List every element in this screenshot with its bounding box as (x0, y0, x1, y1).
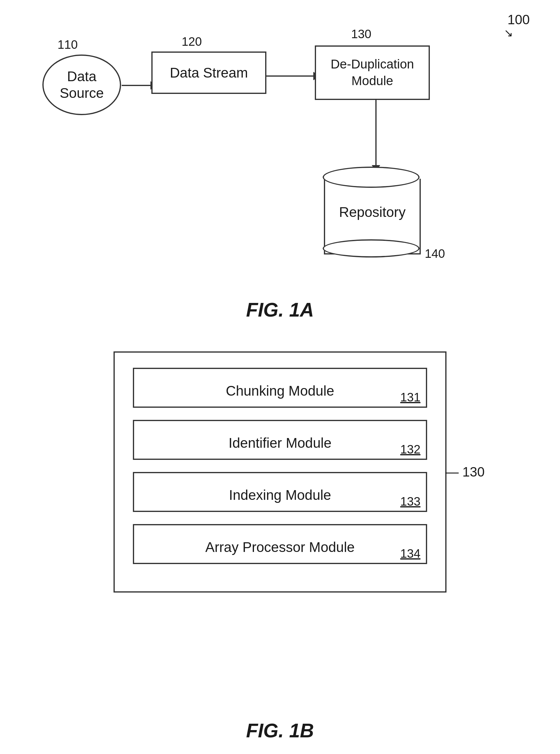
cylinder-top (323, 167, 420, 188)
dedup-label: De-DuplicationModule (331, 56, 414, 89)
data-stream-group: 120 Data Stream (151, 52, 266, 94)
outer-ref: — 130 (445, 464, 485, 480)
data-source-ref: 110 (58, 38, 78, 52)
arrow-stream-to-dedup (266, 72, 320, 80)
page-container: 100 ↙ 110 DataSource 120 Data Stream (0, 0, 560, 754)
module-indexing-label: Indexing Module (229, 484, 331, 503)
module-box-indexing: Indexing Module 133 (133, 472, 427, 512)
dedup-group: 130 De-DuplicationModule (315, 45, 430, 100)
arrow-dedup-to-repo (372, 100, 380, 172)
data-source-oval: DataSource (42, 55, 121, 115)
fig1b-label: FIG. 1B (246, 719, 314, 742)
fig1a-section: 100 ↙ 110 DataSource 120 Data Stream (0, 0, 560, 333)
data-stream-label: Data Stream (170, 64, 248, 81)
arrow-line (122, 85, 151, 86)
module-array-label: Array Processor Module (205, 536, 355, 555)
fig1a-label: FIG. 1A (246, 299, 314, 321)
arrow-line-v (375, 100, 377, 165)
cylinder-bottom (323, 239, 420, 257)
outer-box: Chunking Module 131 Identifier Module 13… (114, 351, 446, 593)
module-identifier-label: Identifier Module (228, 432, 332, 451)
repo-ref: 140 (425, 247, 445, 260)
arrow-line2 (266, 75, 313, 77)
data-source-group: 110 DataSource (42, 55, 121, 115)
fig1b-section: Chunking Module 131 Identifier Module 13… (0, 333, 560, 754)
module-chunking-ref: 131 (400, 390, 420, 404)
dedup-ref: 130 (351, 27, 372, 41)
cylinder: Repository (324, 167, 421, 257)
module-box-chunking: Chunking Module 131 (133, 368, 427, 408)
module-chunking-label: Chunking Module (226, 380, 334, 399)
data-stream-ref: 120 (182, 35, 202, 49)
module-array-ref: 134 (400, 547, 420, 560)
module-box-identifier: Identifier Module 132 (133, 420, 427, 460)
data-source-label: DataSource (60, 68, 104, 101)
fig1a-diagram: 110 DataSource 120 Data Stream (24, 30, 536, 303)
data-stream-box: Data Stream (151, 52, 266, 94)
module-identifier-ref: 132 (400, 443, 420, 456)
ref-100: 100 (508, 12, 530, 27)
module-indexing-ref: 133 (400, 495, 420, 508)
dedup-box: De-DuplicationModule (315, 45, 430, 100)
module-box-array: Array Processor Module 134 (133, 524, 427, 564)
fig1b-diagram: Chunking Module 131 Identifier Module 13… (114, 351, 446, 593)
cylinder-label: Repository (339, 204, 406, 220)
repo-group: Repository 140 (324, 167, 421, 257)
